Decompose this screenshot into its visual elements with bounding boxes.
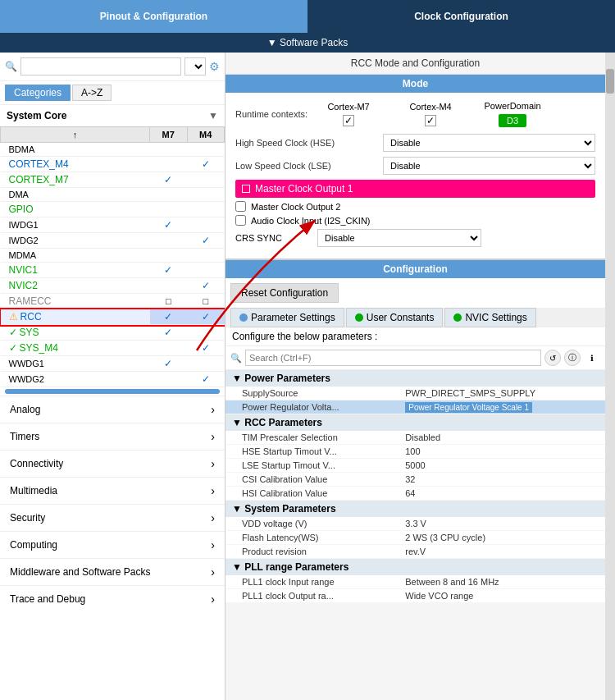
tab-az[interactable]: A->Z bbox=[72, 85, 112, 101]
param-settings-icon bbox=[239, 313, 248, 322]
multimedia-label: Multimedia bbox=[10, 485, 57, 496]
peripheral-nvic2: NVIC2 bbox=[1, 278, 150, 294]
list-item[interactable]: LSE Startup Timout V... 5000 bbox=[226, 459, 605, 473]
list-item[interactable]: Flash Latency(WS) 2 WS (3 CPU cycle) bbox=[226, 531, 605, 545]
table-row[interactable]: DMA bbox=[1, 188, 225, 202]
software-packs-bar[interactable]: ▼ Software Packs bbox=[0, 33, 615, 53]
sidebar-item-computing[interactable]: Computing bbox=[0, 531, 225, 558]
config-section: Configuration Reset Configuration Parame… bbox=[226, 260, 605, 603]
list-item[interactable]: HSI Calibration Value 64 bbox=[226, 487, 605, 501]
table-row[interactable]: GPIO bbox=[1, 202, 225, 217]
list-item[interactable]: VDD voltage (V) 3.3 V bbox=[226, 517, 605, 531]
tab-parameter-settings[interactable]: Parameter Settings bbox=[230, 308, 344, 327]
peripheral-cortex-m4: CORTEX_M4 bbox=[1, 157, 150, 172]
config-section-header: Configuration bbox=[226, 260, 605, 278]
cortex-m7-col: Cortex-M7 ✓ bbox=[316, 102, 381, 126]
table-row[interactable]: BDMA bbox=[1, 143, 225, 157]
product-revision-label: Product revision bbox=[226, 545, 399, 559]
pinout-config-tab[interactable]: Pinout & Configuration bbox=[0, 0, 308, 33]
table-row[interactable]: NVIC1 ✓ bbox=[1, 263, 225, 278]
table-row[interactable]: IWDG1 ✓ bbox=[1, 217, 225, 233]
search-refresh-icon[interactable]: ↺ bbox=[544, 350, 561, 366]
lse-select[interactable]: Disable bbox=[383, 157, 595, 175]
sidebar-item-trace[interactable]: Trace and Debug bbox=[0, 585, 225, 612]
table-row[interactable]: ⚠ RCC ✓ ✓ bbox=[1, 309, 225, 325]
vertical-scrollbar[interactable] bbox=[605, 53, 615, 700]
col-name-header: ↑ bbox=[1, 127, 150, 143]
sidebar-item-connectivity[interactable]: Connectivity bbox=[0, 450, 225, 477]
vdd-value: 3.3 V bbox=[399, 517, 605, 531]
analog-label: Analog bbox=[10, 404, 40, 415]
tab-nvic-settings[interactable]: NVIC Settings bbox=[444, 308, 535, 327]
master-clock-output-1-label: Master Clock Output 1 bbox=[255, 183, 353, 194]
list-item[interactable]: PLL1 clock Output ra... Wide VCO range bbox=[226, 589, 605, 603]
sidebar-item-analog[interactable]: Analog bbox=[0, 396, 225, 423]
scrollbar-thumb[interactable] bbox=[606, 69, 614, 94]
peripheral-iwdg1: IWDG1 bbox=[1, 217, 150, 233]
list-item[interactable]: PLL1 clock Input range Between 8 and 16 … bbox=[226, 575, 605, 589]
hse-startup-value: 100 bbox=[399, 445, 605, 459]
master-clock-output-2-row: Master Clock Output 2 bbox=[235, 201, 595, 212]
cortex-m4-checkbox[interactable]: ✓ bbox=[425, 115, 436, 126]
sidebar-item-multimedia[interactable]: Multimedia bbox=[0, 477, 225, 504]
runtime-contexts: Runtime contexts: Cortex-M7 ✓ Cortex-M4 … bbox=[235, 101, 595, 127]
gear-icon[interactable]: ⚙ bbox=[209, 60, 220, 73]
power-params-chevron: ▼ bbox=[232, 373, 244, 384]
search-input[interactable] bbox=[20, 57, 181, 75]
mode-section: Runtime contexts: Cortex-M7 ✓ Cortex-M4 … bbox=[226, 93, 605, 260]
hse-label: High Speed Clock (HSE) bbox=[235, 138, 383, 148]
list-item[interactable]: Power Regulator Volta... Power Regulator… bbox=[226, 400, 605, 414]
csi-calibration-label: CSI Calibration Value bbox=[226, 473, 399, 487]
cortex-m7-checkbox[interactable]: ✓ bbox=[343, 115, 354, 126]
high-speed-clock-row: High Speed Clock (HSE) Disable bbox=[235, 134, 595, 152]
search-bar: 🔍 ⚙ bbox=[0, 53, 225, 81]
table-row[interactable]: CORTEX_M7 ✓ bbox=[1, 172, 225, 188]
pll-params-chevron: ▼ bbox=[232, 561, 244, 573]
system-core-section[interactable]: System Core ▼ bbox=[0, 105, 225, 126]
master-clock-output-2-label: Master Clock Output 2 bbox=[251, 202, 340, 212]
clock-config-tab[interactable]: Clock Configuration bbox=[308, 0, 615, 33]
table-row[interactable]: CORTEX_M4 ✓ bbox=[1, 157, 225, 172]
peripheral-wwdg1: WWDG1 bbox=[1, 356, 150, 372]
peripheral-wwdg2: WWDG2 bbox=[1, 372, 150, 387]
reset-config-button[interactable]: Reset Configuration bbox=[230, 283, 339, 303]
sidebar-item-security[interactable]: Security bbox=[0, 504, 225, 531]
table-row[interactable]: IWDG2 ✓ bbox=[1, 233, 225, 249]
peripheral-cortex-m7: CORTEX_M7 bbox=[1, 172, 150, 188]
audio-clock-checkbox[interactable] bbox=[235, 215, 246, 226]
search-info-icon[interactable]: ⓘ bbox=[564, 350, 581, 366]
right-panel: RCC Mode and Configuration Mode Runtime … bbox=[226, 53, 605, 700]
tab-categories[interactable]: Categories bbox=[5, 85, 71, 101]
panel-title: RCC Mode and Configuration bbox=[226, 53, 605, 75]
sidebar-item-middleware[interactable]: Middleware and Software Packs bbox=[0, 558, 225, 585]
parameter-table: ▼ Power Parameters SupplySource PWR_DIRE… bbox=[226, 370, 605, 603]
peripheral-ramecc: RAMECC bbox=[1, 294, 150, 309]
hsi-calibration-label: HSI Calibration Value bbox=[226, 487, 399, 501]
master-clock-output-1-row[interactable]: Master Clock Output 1 bbox=[235, 180, 595, 198]
tab-user-constants[interactable]: User Constants bbox=[346, 308, 444, 327]
crs-sync-select[interactable]: Disable bbox=[317, 229, 481, 247]
crs-sync-row: CRS SYNC Disable bbox=[235, 229, 595, 247]
list-item[interactable]: CSI Calibration Value 32 bbox=[226, 473, 605, 487]
master-clock-2-checkbox[interactable] bbox=[235, 201, 246, 212]
list-item[interactable]: TIM Prescaler Selection Disabled bbox=[226, 431, 605, 445]
list-item[interactable]: SupplySource PWR_DIRECT_SMPS_SUPPLY bbox=[226, 387, 605, 400]
sidebar-item-timers[interactable]: Timers bbox=[0, 423, 225, 450]
supply-source-label: SupplySource bbox=[226, 387, 399, 400]
table-row[interactable]: RAMECC □ □ bbox=[1, 294, 225, 309]
clock-config-title: Clock Configuration bbox=[414, 11, 508, 22]
csi-calibration-value: 32 bbox=[399, 473, 605, 487]
middleware-chevron bbox=[211, 565, 215, 579]
table-row[interactable]: MDMA bbox=[1, 249, 225, 263]
table-row[interactable]: WWDG2 ✓ bbox=[1, 372, 225, 387]
search-select[interactable] bbox=[184, 57, 206, 75]
table-row[interactable]: NVIC2 ✓ bbox=[1, 278, 225, 294]
table-row[interactable]: ✓ SYS_M4 ✓ bbox=[1, 341, 225, 356]
table-row[interactable]: WWDG1 ✓ bbox=[1, 356, 225, 372]
table-row[interactable]: ✓ SYS ✓ bbox=[1, 325, 225, 341]
parameter-search-input[interactable] bbox=[245, 350, 541, 366]
list-item[interactable]: Product revision rev.V bbox=[226, 545, 605, 559]
info-icon[interactable]: ℹ bbox=[584, 350, 600, 366]
list-item[interactable]: HSE Startup Timout V... 100 bbox=[226, 445, 605, 459]
hse-select[interactable]: Disable bbox=[383, 134, 595, 152]
